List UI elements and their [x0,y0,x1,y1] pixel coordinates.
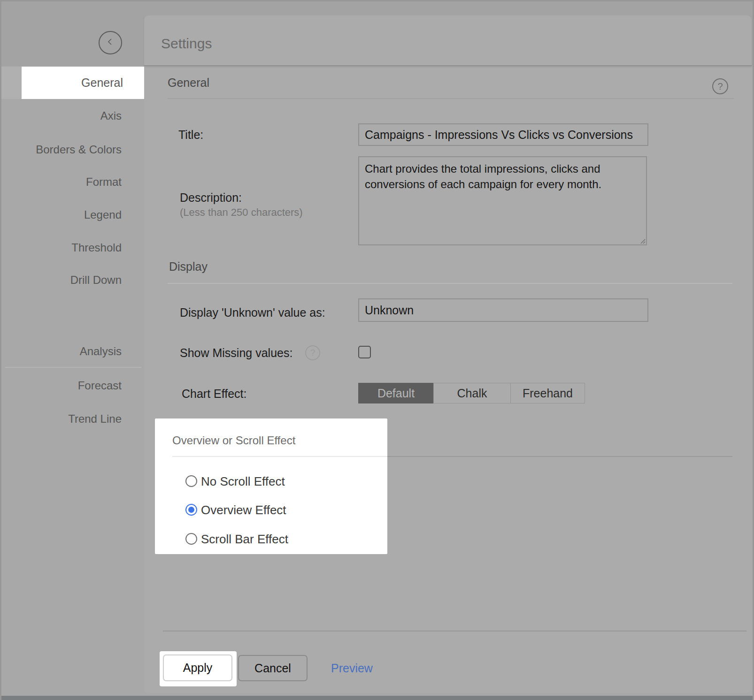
description-hint: (Less than 250 characters) [180,207,303,218]
radio-label: Scroll Bar Effect [201,532,288,546]
radio-overview-effect[interactable]: Overview Effect [155,503,387,518]
show-missing-checkbox[interactable] [358,346,371,358]
display-section-heading: Display [169,260,208,273]
scroll-effect-divider [172,456,387,457]
settings-panel: Settings General ? Title: Description: (… [144,15,752,693]
radio-no-scroll-effect[interactable]: No Scroll Effect [155,474,387,489]
sidebar-item-legend[interactable]: Legend [1,205,122,224]
show-missing-label: Show Missing values: [180,347,292,359]
scroll-effect-divider-dimmed [387,456,732,457]
settings-dialog: General Axis Borders & Colors Format Leg… [0,0,754,700]
sidebar-item-axis[interactable]: Axis [1,107,122,125]
chevron-left-icon [105,37,115,49]
radio-scroll-bar-effect[interactable]: Scroll Bar Effect [155,532,387,547]
display-section-divider [168,283,732,284]
cancel-button[interactable]: Cancel [238,655,308,681]
help-icon-missing-values[interactable]: ? [305,345,320,360]
footer-divider [163,631,746,632]
sidebar-item-drill-down[interactable]: Drill Down [1,271,122,289]
title-label: Title: [178,129,203,141]
sidebar-divider [5,367,141,368]
radio-label: Overview Effect [201,503,286,517]
preview-link[interactable]: Preview [331,655,373,681]
panel-header: Settings [144,15,752,66]
sidebar-highlight-strip [1,67,22,99]
dialog-title: Settings [161,36,212,52]
scroll-effect-heading: Overview or Scroll Effect [172,434,295,447]
sidebar-item-threshold[interactable]: Threshold [1,238,122,257]
radio-icon[interactable] [185,504,197,516]
sidebar-item-forecast[interactable]: Forecast [1,376,122,395]
segment-default[interactable]: Default [358,383,434,403]
general-section-divider [168,98,734,99]
help-icon[interactable]: ? [712,78,728,94]
general-section-heading: General [168,76,209,89]
unknown-value-label: Display 'Unknown' value as: [180,306,325,319]
sidebar-item-format[interactable]: Format [1,173,122,191]
sidebar-item-borders-colors[interactable]: Borders & Colors [1,140,122,159]
segment-chalk[interactable]: Chalk [433,383,511,403]
unknown-value-input[interactable] [358,298,648,322]
apply-button[interactable]: Apply [163,654,232,681]
window-bottom-edge [1,696,753,700]
radio-icon[interactable] [185,533,197,545]
segment-freehand[interactable]: Freehand [510,383,585,403]
back-button[interactable] [99,31,122,54]
radio-label: No Scroll Effect [201,474,285,488]
description-textarea[interactable]: Chart provides the total impressions, cl… [358,156,647,245]
chart-effect-label: Chart Effect: [182,388,247,400]
sidebar-item-general[interactable]: General [22,67,144,99]
description-label: Description: [180,191,242,204]
chart-effect-segmented-control: Default Chalk Freehand [358,383,585,403]
sidebar-section-analysis: Analysis [1,342,122,361]
radio-icon[interactable] [185,475,197,487]
title-input[interactable] [358,123,648,146]
sidebar-item-trend-line[interactable]: Trend Line [1,410,122,428]
scroll-effect-spotlight: Overview or Scroll Effect No Scroll Effe… [155,418,387,554]
